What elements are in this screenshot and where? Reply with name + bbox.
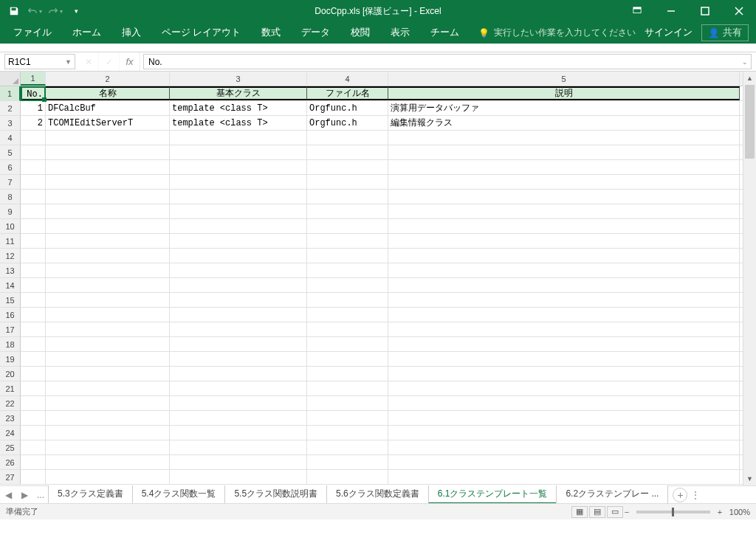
- col-header-2[interactable]: 2: [46, 72, 170, 86]
- cell[interactable]: [21, 131, 46, 145]
- cell[interactable]: [170, 411, 307, 425]
- cell[interactable]: [170, 426, 307, 440]
- undo-icon[interactable]: ▾: [27, 3, 43, 19]
- row-header[interactable]: 27: [0, 470, 21, 485]
- maximize-icon[interactable]: [688, 0, 722, 22]
- sheet-tab[interactable]: 5.4クラス関数一覧: [132, 485, 226, 504]
- cell[interactable]: [307, 381, 388, 395]
- cell[interactable]: [46, 249, 170, 263]
- cell[interactable]: [21, 278, 46, 292]
- ribbon-tab-data[interactable]: データ: [291, 22, 340, 44]
- cell[interactable]: [170, 131, 307, 145]
- row-header[interactable]: 25: [0, 440, 21, 455]
- cell[interactable]: [21, 381, 46, 395]
- col-header-5[interactable]: 5: [388, 72, 740, 86]
- cell[interactable]: [307, 131, 388, 145]
- cell[interactable]: [170, 367, 307, 381]
- cell[interactable]: [46, 337, 170, 351]
- col-header-1[interactable]: 1: [21, 72, 46, 86]
- row-header[interactable]: 19: [0, 352, 21, 367]
- tab-scroll-icon[interactable]: ⋮: [687, 490, 704, 500]
- row-header[interactable]: 26: [0, 455, 21, 470]
- row-header[interactable]: 13: [0, 263, 21, 278]
- sheet-tab[interactable]: 6.2クラステンプレー ...: [556, 485, 668, 504]
- cell[interactable]: [170, 396, 307, 410]
- cell[interactable]: 演算用データバッファ: [388, 101, 740, 115]
- col-header-3[interactable]: 3: [170, 72, 307, 86]
- row-header[interactable]: 24: [0, 426, 21, 440]
- cell[interactable]: [46, 234, 170, 248]
- insert-function-button[interactable]: fx: [120, 52, 140, 71]
- cell[interactable]: [21, 160, 46, 174]
- cell[interactable]: [170, 175, 307, 189]
- header-base[interactable]: 基本クラス: [170, 86, 307, 100]
- cell[interactable]: [21, 426, 46, 440]
- cell[interactable]: [307, 470, 388, 484]
- cell[interactable]: [307, 411, 388, 425]
- cell[interactable]: [388, 426, 740, 440]
- cell[interactable]: [307, 204, 388, 218]
- cell[interactable]: [388, 308, 740, 322]
- cell[interactable]: [170, 249, 307, 263]
- row-header[interactable]: 21: [0, 381, 21, 396]
- cell[interactable]: [21, 337, 46, 351]
- cell[interactable]: [21, 322, 46, 336]
- ribbon-tab-layout[interactable]: ページ レイアウト: [151, 22, 251, 44]
- cell[interactable]: [21, 204, 46, 218]
- cell[interactable]: [388, 411, 740, 425]
- cell[interactable]: Orgfunc.h: [307, 116, 388, 130]
- cell[interactable]: [307, 396, 388, 410]
- cell[interactable]: [21, 293, 46, 307]
- close-icon[interactable]: [722, 0, 756, 22]
- cell[interactable]: DFCalcBuf: [46, 101, 170, 115]
- cell[interactable]: [170, 219, 307, 233]
- row-header[interactable]: 14: [0, 278, 21, 293]
- row-header[interactable]: 7: [0, 175, 21, 190]
- cell[interactable]: template <class T>: [170, 116, 307, 130]
- cell[interactable]: [388, 263, 740, 277]
- cell[interactable]: [307, 322, 388, 336]
- cell[interactable]: [307, 426, 388, 440]
- cell[interactable]: [388, 381, 740, 395]
- cell[interactable]: [388, 396, 740, 410]
- cell[interactable]: [170, 322, 307, 336]
- cell[interactable]: [170, 234, 307, 248]
- ribbon-tab-home[interactable]: ホーム: [62, 22, 111, 44]
- cell[interactable]: [21, 455, 46, 469]
- redo-icon[interactable]: ▾: [47, 3, 63, 19]
- cell[interactable]: [307, 278, 388, 292]
- signin-link[interactable]: サインイン: [645, 27, 693, 39]
- cell[interactable]: [307, 440, 388, 454]
- cell[interactable]: [170, 440, 307, 454]
- cell[interactable]: [46, 411, 170, 425]
- cell[interactable]: [388, 175, 740, 189]
- cell[interactable]: [46, 440, 170, 454]
- scroll-up-icon[interactable]: ▲: [743, 72, 756, 85]
- save-icon[interactable]: [6, 3, 22, 19]
- cell[interactable]: [388, 131, 740, 145]
- cell[interactable]: [21, 367, 46, 381]
- cell[interactable]: [46, 367, 170, 381]
- cell[interactable]: TCOMIEditServerT: [46, 116, 170, 130]
- cell[interactable]: [170, 470, 307, 484]
- chevron-down-icon[interactable]: ▼: [65, 58, 72, 66]
- cell[interactable]: [170, 381, 307, 395]
- header-file[interactable]: ファイル名: [307, 86, 388, 100]
- cell[interactable]: [46, 308, 170, 322]
- vertical-scrollbar[interactable]: ▲ ▼: [743, 72, 756, 485]
- cell[interactable]: [21, 190, 46, 204]
- cell[interactable]: [307, 219, 388, 233]
- normal-view-icon[interactable]: ▦: [571, 506, 588, 518]
- zoom-in-button[interactable]: +: [715, 508, 725, 516]
- cell[interactable]: [388, 367, 740, 381]
- zoom-out-button[interactable]: −: [622, 508, 632, 516]
- cell[interactable]: [388, 337, 740, 351]
- row-header[interactable]: 11: [0, 234, 21, 249]
- row-header[interactable]: 4: [0, 131, 21, 145]
- row-header[interactable]: 15: [0, 293, 21, 308]
- tab-nav-prev-icon[interactable]: ◀: [0, 490, 16, 500]
- cell[interactable]: [46, 322, 170, 336]
- cell[interactable]: [307, 352, 388, 366]
- sheet-tab[interactable]: 6.1クラステンプレート一覧: [428, 485, 557, 504]
- row-header[interactable]: 6: [0, 160, 21, 175]
